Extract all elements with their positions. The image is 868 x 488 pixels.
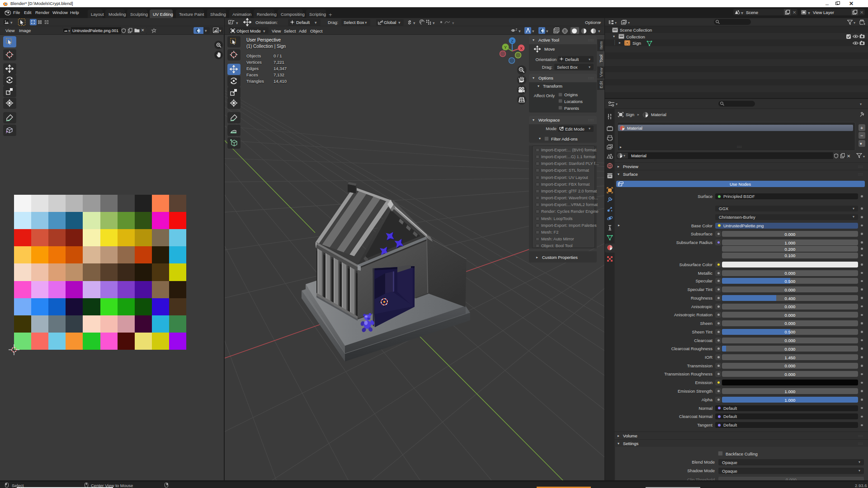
svg-text:X: X xyxy=(520,46,523,51)
svg-text:Y: Y xyxy=(504,45,507,50)
svg-text:Z: Z xyxy=(511,39,514,43)
